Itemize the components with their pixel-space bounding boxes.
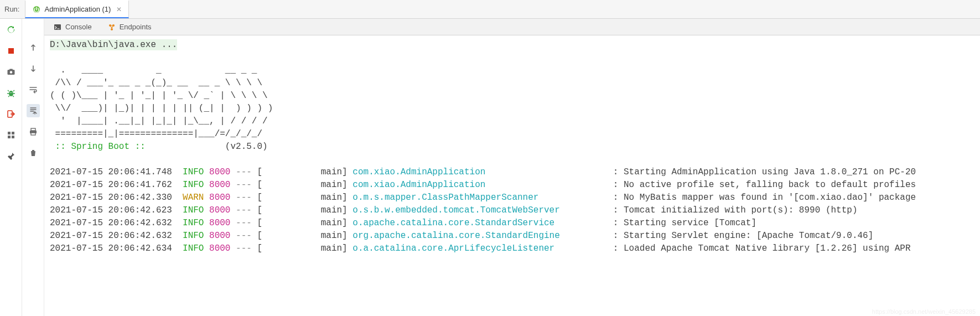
svg-point-7	[11, 92, 12, 94]
svg-point-6	[9, 92, 11, 94]
tab-endpoints[interactable]: Endpoints	[104, 19, 155, 35]
spring-boot-icon	[32, 5, 41, 14]
tab-console-label: Console	[65, 23, 92, 31]
left-gutter-secondary	[22, 19, 44, 316]
close-tab-icon[interactable]: ✕	[114, 6, 122, 13]
exit-button[interactable]	[4, 107, 18, 121]
svg-point-19	[111, 28, 113, 30]
main-area: Console Endpoints D:\Java\bin\java.exe .…	[44, 19, 980, 316]
svg-rect-12	[12, 136, 14, 138]
scroll-to-end-icon[interactable]	[27, 104, 40, 117]
svg-point-4	[9, 71, 12, 73]
scroll-up-icon[interactable]	[27, 41, 40, 54]
run-toolwindow-header: Run: AdminApplication (1) ✕	[0, 0, 980, 19]
svg-rect-10	[12, 132, 14, 134]
svg-rect-13	[31, 128, 35, 131]
console-tabstrip: Console Endpoints	[44, 19, 980, 35]
tab-console[interactable]: Console	[50, 19, 95, 35]
rerun-button[interactable]	[4, 23, 18, 37]
stop-button[interactable]	[4, 44, 18, 58]
console-output[interactable]: D:\Java\bin\java.exe ... . ____ _ __ _ _…	[44, 35, 980, 316]
run-config-title: AdminApplication (1)	[44, 5, 111, 13]
svg-point-5	[9, 91, 13, 96]
trash-icon[interactable]	[27, 146, 40, 159]
command-line: D:\Java\bin\java.exe ...	[50, 39, 177, 50]
run-label: Run:	[4, 5, 25, 13]
svg-rect-3	[9, 69, 13, 71]
camera-icon[interactable]	[4, 65, 18, 79]
layout-settings-icon[interactable]	[4, 128, 18, 142]
svg-rect-15	[31, 133, 35, 135]
soft-wrap-icon[interactable]	[27, 83, 40, 96]
watermark-text: https://blog.csdn.net/weixin_45629285	[872, 308, 976, 315]
pin-icon[interactable]	[4, 149, 18, 163]
svg-rect-11	[8, 136, 11, 138]
run-config-tab[interactable]: AdminApplication (1) ✕	[25, 0, 129, 18]
tab-endpoints-label: Endpoints	[120, 23, 152, 31]
print-icon[interactable]	[27, 125, 40, 138]
console-icon	[53, 23, 62, 32]
debug-attach-button[interactable]	[4, 86, 18, 100]
svg-rect-1	[8, 48, 14, 54]
scroll-down-icon[interactable]	[27, 62, 40, 75]
svg-rect-9	[8, 132, 11, 134]
left-gutter-primary	[0, 19, 22, 316]
endpoints-icon	[107, 23, 116, 32]
